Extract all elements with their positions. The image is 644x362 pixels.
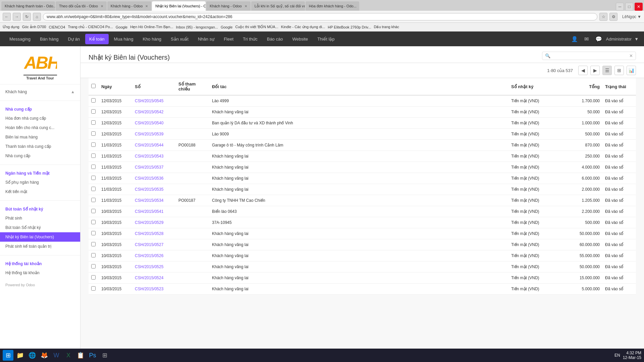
row-checkbox-11[interactable]	[89, 217, 99, 228]
sidebar-item-phatsinh[interactable]: Phát sinh	[0, 214, 80, 223]
header-checkbox[interactable]	[89, 78, 99, 95]
row-checkbox-4[interactable]	[89, 140, 99, 151]
bookmark-6[interactable]: Inbox (95) - lengocngan...	[176, 25, 218, 29]
kanban-view-btn[interactable]: ⊞	[614, 66, 624, 75]
bookmark-11[interactable]: Dấu trang khác	[374, 25, 399, 29]
table-row[interactable]: 10/03/2015 CSH/2015/0524 Khách hàng vãng…	[89, 273, 636, 284]
table-row[interactable]: 10/03/2015 CSH/2015/0523 Khách hàng vãng…	[89, 284, 636, 295]
nav-khohang[interactable]: Kho hàng	[139, 34, 165, 44]
bookmark-3[interactable]: Trang chủ - CIENCO4 Po...	[68, 25, 113, 29]
prev-page-btn[interactable]: ◀	[578, 66, 588, 75]
tab-3[interactable]: Khách hàng - Odoo ✕	[107, 1, 151, 11]
home-btn[interactable]: ⌂	[33, 13, 41, 21]
forward-btn[interactable]: →	[13, 13, 21, 21]
row-checkbox-12[interactable]	[89, 228, 99, 239]
table-row[interactable]: 12/03/2015 CSH/2015/0542 Khách hàng vãng…	[89, 107, 636, 118]
row-checkbox-15[interactable]	[89, 261, 99, 273]
table-row[interactable]: 10/03/2015 CSH/2015/0525 Khách hàng vãng…	[89, 261, 636, 273]
row-checkbox-1[interactable]	[89, 107, 99, 118]
sidebar-item-buttoansn[interactable]: Bút toán Sổ nhật ký	[0, 223, 80, 232]
table-row[interactable]: 12/03/2015 CSH/2015/0540 Ban quản lý DA …	[89, 118, 636, 129]
graph-view-btn[interactable]: 📊	[627, 66, 636, 75]
row-so-10[interactable]: CSH/2015/0541	[132, 206, 176, 217]
table-row[interactable]: 10/03/2015 CSH/2015/0528 Khách hàng vãng…	[89, 228, 636, 239]
tab-3-close[interactable]: ✕	[145, 4, 148, 8]
settings-btn[interactable]: ⚙	[609, 13, 618, 21]
row-checkbox-17[interactable]	[89, 284, 99, 295]
nav-nhansu[interactable]: Nhân sự	[194, 34, 218, 44]
chat-icon[interactable]: 💬	[594, 34, 603, 44]
table-row[interactable]: 11/03/2015 CSH/2015/0537 Khách hàng vãng…	[89, 162, 636, 173]
table-row[interactable]: 10/03/2015 CSH/2015/0529 37A-10945 Tiền …	[89, 217, 636, 228]
admin-dropdown[interactable]: ▼	[634, 37, 639, 42]
bookmark-0[interactable]: Ứng dụng	[3, 25, 19, 29]
taskbar-excel[interactable]: X	[63, 350, 74, 361]
url-input[interactable]	[43, 13, 597, 20]
user-icon[interactable]: 👤	[570, 34, 579, 44]
nav-trithuc[interactable]: Tri thức	[239, 34, 262, 44]
taskbar-app1[interactable]: 📋	[75, 350, 86, 361]
nav-muahang[interactable]: Mua hàng	[110, 34, 138, 44]
row-so-16[interactable]: CSH/2015/0524	[132, 273, 176, 284]
taskbar-word[interactable]: W	[51, 350, 62, 361]
admin-label[interactable]: Administrator	[606, 37, 632, 42]
tab-1[interactable]: Khách hàng thanh toán - Odo... ✕	[1, 1, 55, 11]
taskbar-firefox[interactable]: 🦊	[39, 350, 50, 361]
list-view-btn[interactable]: ☰	[602, 66, 612, 75]
header-nhatky[interactable]: Sổ nhật ký	[508, 78, 562, 95]
row-checkbox-10[interactable]	[89, 206, 99, 217]
tab-2[interactable]: Theo dõi của tôi - Odoo ✕	[56, 1, 107, 11]
sidebar-item-kettienmat[interactable]: Kết tiền mặt	[0, 187, 80, 196]
row-so-5[interactable]: CSH/2015/0543	[132, 151, 176, 162]
row-so-3[interactable]: CSH/2015/0539	[132, 129, 176, 140]
row-so-7[interactable]: CSH/2015/0536	[132, 173, 176, 184]
mail-icon[interactable]: ✉	[582, 34, 591, 44]
tab-2-close[interactable]: ✕	[101, 4, 103, 8]
row-checkbox-14[interactable]	[89, 250, 99, 261]
nav-website[interactable]: Website	[288, 34, 312, 44]
row-so-0[interactable]: CSH/2015/0545	[132, 95, 176, 107]
row-checkbox-5[interactable]	[89, 151, 99, 162]
tab-6[interactable]: Lỗi khi in Số quỹ, số cái đối vớ... ✕	[251, 1, 305, 11]
tab-4[interactable]: Nhật ký Biên lai (Vouchers) - C... ✕	[152, 1, 206, 11]
table-row[interactable]: 11/03/2015 CSH/2015/0543 Khách hàng vãng…	[89, 151, 636, 162]
table-row[interactable]: 10/03/2015 CSH/2015/0541 Biển lào 0643 T…	[89, 206, 636, 217]
bookmark-7[interactable]: Google	[221, 25, 232, 29]
nav-sanxuat[interactable]: Sản xuất	[167, 34, 193, 44]
row-so-11[interactable]: CSH/2015/0529	[132, 217, 176, 228]
nav-duan[interactable]: Dự án	[64, 34, 84, 44]
row-checkbox-9[interactable]	[89, 195, 99, 206]
row-checkbox-7[interactable]	[89, 173, 99, 184]
row-so-13[interactable]: CSH/2015/0527	[132, 239, 176, 250]
minimize-btn[interactable]: ─	[616, 3, 624, 11]
sidebar-item-nhacungcap[interactable]: Nhà cung cấp	[0, 151, 80, 161]
row-so-4[interactable]: CSH/2015/0544	[132, 140, 176, 151]
tab-5[interactable]: Khách hàng - Odoo ✕	[206, 1, 250, 11]
row-so-9[interactable]: CSH/2015/0534	[132, 195, 176, 206]
bookmark-10[interactable]: HP EliteBook 2760p Driv...	[328, 25, 371, 29]
sidebar-item-phatsinhketoan[interactable]: Phát sinh kế toán quản trị	[0, 242, 80, 251]
nav-banhang[interactable]: Bán hàng	[36, 34, 63, 44]
table-row[interactable]: 10/03/2015 CSH/2015/0526 Khách hàng vãng…	[89, 250, 636, 261]
header-trangthai[interactable]: Trạng thái	[602, 78, 636, 95]
bookmark-9[interactable]: Kindle - Các ứng dụng di...	[281, 25, 325, 29]
bookmark-5[interactable]: Hẹn Hò Online-Tìm Bạn...	[130, 25, 173, 29]
refresh-btn[interactable]: ↻	[23, 13, 31, 21]
row-checkbox-13[interactable]	[89, 239, 99, 250]
bookmark-4[interactable]: Google	[116, 25, 127, 29]
sidebar-item-khachhang[interactable]: Khách hàng ▲	[0, 87, 80, 97]
header-tong[interactable]: Tổng	[562, 78, 602, 95]
select-all-checkbox[interactable]	[91, 84, 96, 88]
table-row[interactable]: 11/03/2015 CSH/2015/0544 PO00188 Garage …	[89, 140, 636, 151]
star-btn[interactable]: ☆	[599, 13, 607, 21]
header-thamchieu[interactable]: Số tham chiếu	[176, 78, 209, 95]
table-row[interactable]: 11/03/2015 CSH/2015/0535 Khách hàng vãng…	[89, 184, 636, 195]
row-so-8[interactable]: CSH/2015/0535	[132, 184, 176, 195]
table-row[interactable]: 11/03/2015 CSH/2015/0536 Khách hàng vãng…	[89, 173, 636, 184]
header-so[interactable]: Số	[132, 78, 176, 95]
maximize-btn[interactable]: □	[625, 3, 633, 11]
header-doitac[interactable]: Đối tác	[209, 78, 508, 95]
taskbar-app2[interactable]: ⊞	[99, 350, 110, 361]
nav-fleet[interactable]: Fleet	[220, 34, 237, 44]
back-btn[interactable]: ←	[3, 13, 11, 21]
